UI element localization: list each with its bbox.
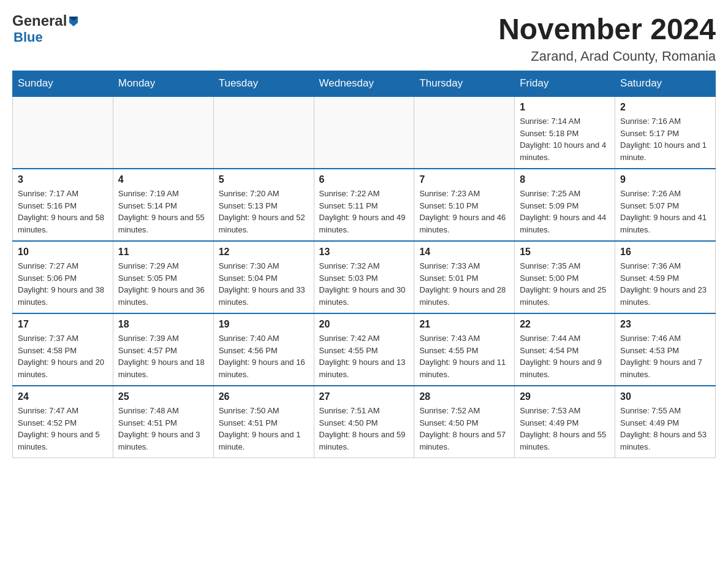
calendar-cell: 8Sunrise: 7:25 AMSunset: 5:09 PMDaylight… [515,169,615,241]
day-info: Sunrise: 7:16 AMSunset: 5:17 PMDaylight:… [620,115,710,163]
column-header-sunday: Sunday [13,71,113,97]
logo-general-text: General [12,12,67,29]
day-info: Sunrise: 7:19 AMSunset: 5:14 PMDaylight:… [118,188,208,236]
logo-blue-text: Blue [13,29,43,45]
day-number: 23 [620,319,710,330]
day-info: Sunrise: 7:50 AMSunset: 4:51 PMDaylight:… [219,405,309,453]
day-number: 19 [219,319,309,330]
column-header-saturday: Saturday [615,71,716,97]
day-number: 11 [118,247,208,258]
page-header: General Blue November 2024 Zarand, Arad … [12,12,716,64]
calendar-cell: 11Sunrise: 7:29 AMSunset: 5:05 PMDayligh… [113,241,213,313]
day-number: 16 [620,247,710,258]
calendar-cell: 9Sunrise: 7:26 AMSunset: 5:07 PMDaylight… [615,169,716,241]
calendar-cell: 25Sunrise: 7:48 AMSunset: 4:51 PMDayligh… [113,386,213,458]
day-number: 18 [118,319,208,330]
day-info: Sunrise: 7:43 AMSunset: 4:55 PMDaylight:… [419,332,509,380]
day-info: Sunrise: 7:48 AMSunset: 4:51 PMDaylight:… [118,405,208,453]
day-number: 27 [319,391,409,402]
day-info: Sunrise: 7:53 AMSunset: 4:49 PMDaylight:… [520,405,610,453]
day-info: Sunrise: 7:37 AMSunset: 4:58 PMDaylight:… [18,332,108,380]
day-info: Sunrise: 7:40 AMSunset: 4:56 PMDaylight:… [219,332,309,380]
day-info: Sunrise: 7:26 AMSunset: 5:07 PMDaylight:… [620,188,710,236]
calendar-cell: 24Sunrise: 7:47 AMSunset: 4:52 PMDayligh… [13,386,113,458]
day-info: Sunrise: 7:23 AMSunset: 5:10 PMDaylight:… [419,188,509,236]
day-number: 22 [520,319,610,330]
calendar-cell: 26Sunrise: 7:50 AMSunset: 4:51 PMDayligh… [213,386,314,458]
column-header-friday: Friday [515,71,615,97]
day-number: 12 [219,247,309,258]
column-header-tuesday: Tuesday [213,71,314,97]
day-number: 24 [18,391,108,402]
day-number: 28 [419,391,509,402]
day-number: 13 [319,247,409,258]
day-number: 8 [520,174,610,185]
day-info: Sunrise: 7:20 AMSunset: 5:13 PMDaylight:… [219,188,309,236]
logo-arrow-icon [67,14,80,28]
day-number: 5 [219,174,309,185]
day-info: Sunrise: 7:36 AMSunset: 4:59 PMDaylight:… [620,260,710,308]
calendar-cell [213,96,314,169]
week-row-4: 17Sunrise: 7:37 AMSunset: 4:58 PMDayligh… [13,313,716,386]
day-info: Sunrise: 7:14 AMSunset: 5:18 PMDaylight:… [520,115,610,163]
day-number: 7 [419,174,509,185]
calendar-cell: 4Sunrise: 7:19 AMSunset: 5:14 PMDaylight… [113,169,213,241]
week-row-2: 3Sunrise: 7:17 AMSunset: 5:16 PMDaylight… [13,169,716,241]
calendar-cell: 5Sunrise: 7:20 AMSunset: 5:13 PMDaylight… [213,169,314,241]
calendar-cell: 12Sunrise: 7:30 AMSunset: 5:04 PMDayligh… [213,241,314,313]
calendar-cell: 20Sunrise: 7:42 AMSunset: 4:55 PMDayligh… [314,313,414,386]
calendar-cell: 17Sunrise: 7:37 AMSunset: 4:58 PMDayligh… [13,313,113,386]
day-number: 10 [18,247,108,258]
day-number: 20 [319,319,409,330]
column-header-monday: Monday [113,71,213,97]
day-number: 4 [118,174,208,185]
day-number: 2 [620,102,710,113]
day-info: Sunrise: 7:52 AMSunset: 4:50 PMDaylight:… [419,405,509,453]
calendar-cell [113,96,213,169]
day-info: Sunrise: 7:33 AMSunset: 5:01 PMDaylight:… [419,260,509,308]
calendar-cell: 1Sunrise: 7:14 AMSunset: 5:18 PMDaylight… [515,96,615,169]
week-row-3: 10Sunrise: 7:27 AMSunset: 5:06 PMDayligh… [13,241,716,313]
calendar-header-row: SundayMondayTuesdayWednesdayThursdayFrid… [13,71,716,97]
week-row-1: 1Sunrise: 7:14 AMSunset: 5:18 PMDaylight… [13,96,716,169]
calendar-cell: 29Sunrise: 7:53 AMSunset: 4:49 PMDayligh… [515,386,615,458]
calendar-table: SundayMondayTuesdayWednesdayThursdayFrid… [12,71,716,458]
calendar-cell: 30Sunrise: 7:55 AMSunset: 4:49 PMDayligh… [615,386,716,458]
calendar-cell: 13Sunrise: 7:32 AMSunset: 5:03 PMDayligh… [314,241,414,313]
day-info: Sunrise: 7:17 AMSunset: 5:16 PMDaylight:… [18,188,108,236]
calendar-cell: 6Sunrise: 7:22 AMSunset: 5:11 PMDaylight… [314,169,414,241]
column-header-thursday: Thursday [414,71,515,97]
day-number: 1 [520,102,610,113]
column-header-wednesday: Wednesday [314,71,414,97]
location-text: Zarand, Arad County, Romania [498,48,716,64]
day-info: Sunrise: 7:30 AMSunset: 5:04 PMDaylight:… [219,260,309,308]
day-number: 17 [18,319,108,330]
week-row-5: 24Sunrise: 7:47 AMSunset: 4:52 PMDayligh… [13,386,716,458]
calendar-cell: 7Sunrise: 7:23 AMSunset: 5:10 PMDaylight… [414,169,515,241]
day-info: Sunrise: 7:32 AMSunset: 5:03 PMDaylight:… [319,260,409,308]
day-info: Sunrise: 7:42 AMSunset: 4:55 PMDaylight:… [319,332,409,380]
day-info: Sunrise: 7:27 AMSunset: 5:06 PMDaylight:… [18,260,108,308]
calendar-cell: 10Sunrise: 7:27 AMSunset: 5:06 PMDayligh… [13,241,113,313]
day-number: 30 [620,391,710,402]
day-info: Sunrise: 7:25 AMSunset: 5:09 PMDaylight:… [520,188,610,236]
day-number: 21 [419,319,509,330]
day-number: 26 [219,391,309,402]
month-title: November 2024 [498,12,716,46]
day-info: Sunrise: 7:55 AMSunset: 4:49 PMDaylight:… [620,405,710,453]
day-info: Sunrise: 7:51 AMSunset: 4:50 PMDaylight:… [319,405,409,453]
day-info: Sunrise: 7:46 AMSunset: 4:53 PMDaylight:… [620,332,710,380]
calendar-cell: 18Sunrise: 7:39 AMSunset: 4:57 PMDayligh… [113,313,213,386]
title-section: November 2024 Zarand, Arad County, Roman… [498,12,716,64]
calendar-cell: 19Sunrise: 7:40 AMSunset: 4:56 PMDayligh… [213,313,314,386]
day-info: Sunrise: 7:29 AMSunset: 5:05 PMDaylight:… [118,260,208,308]
logo: General Blue [12,12,80,45]
day-info: Sunrise: 7:47 AMSunset: 4:52 PMDaylight:… [18,405,108,453]
calendar-cell: 16Sunrise: 7:36 AMSunset: 4:59 PMDayligh… [615,241,716,313]
day-number: 25 [118,391,208,402]
calendar-cell [314,96,414,169]
calendar-cell: 28Sunrise: 7:52 AMSunset: 4:50 PMDayligh… [414,386,515,458]
calendar-cell: 23Sunrise: 7:46 AMSunset: 4:53 PMDayligh… [615,313,716,386]
day-info: Sunrise: 7:39 AMSunset: 4:57 PMDaylight:… [118,332,208,380]
day-number: 29 [520,391,610,402]
